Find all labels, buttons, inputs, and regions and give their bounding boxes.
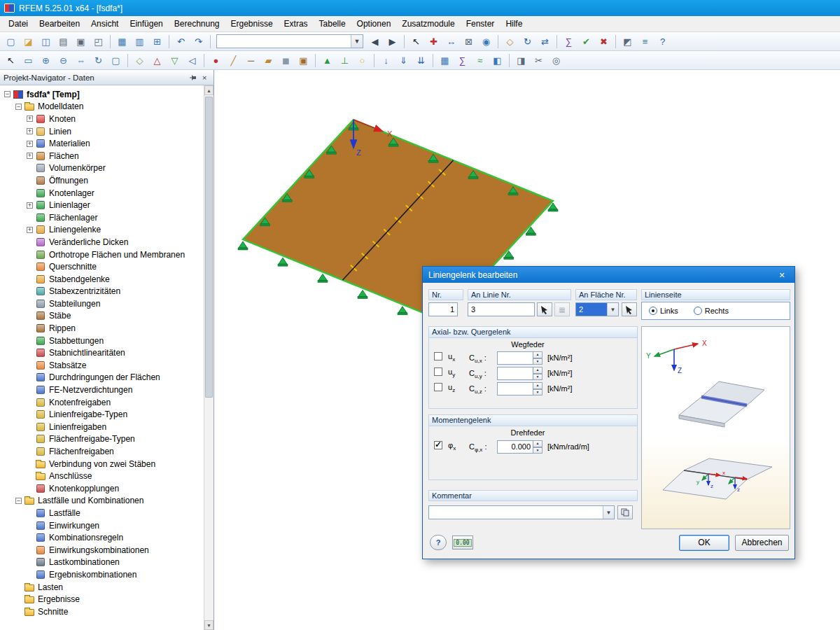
nodal-support-icon[interactable]: ▲ [319, 52, 335, 69]
tree-item-linienfreigabe-typen[interactable]: Linienfreigabe-Typen [0, 408, 204, 421]
tree-item-ffnungen[interactable]: Öffnungen [0, 174, 204, 187]
select-pointer-icon[interactable]: ↖ [3, 52, 19, 69]
menu-ergebnisse[interactable]: Ergebnisse [225, 16, 279, 31]
menu-tabelle[interactable]: Tabelle [314, 16, 351, 31]
view-x-icon[interactable]: △ [149, 52, 165, 69]
copy-icon[interactable]: ▣ [73, 34, 89, 50]
menu-zusatzmodule[interactable]: Zusatzmodule [396, 16, 460, 31]
solid-render-icon[interactable]: ◨ [513, 52, 529, 69]
radio-links[interactable]: Links [649, 307, 678, 315]
spin-up-icon[interactable]: ▲ [533, 440, 542, 447]
phix-checkbox[interactable]: φx [434, 441, 456, 451]
export-icon[interactable]: ◰ [90, 34, 106, 50]
chevron-down-icon[interactable]: ▼ [351, 35, 363, 48]
comment-copy-button[interactable] [617, 505, 633, 519]
cancel-button[interactable]: Abbrechen [735, 535, 789, 551]
surface-combobox[interactable]: 2 ▼ [575, 302, 619, 316]
ux-checkbox-icon[interactable] [434, 352, 442, 360]
toolbar-combobox[interactable]: ▼ [216, 34, 363, 48]
view-z-icon[interactable]: ◁ [184, 52, 200, 69]
spin-up-icon[interactable]: ▲ [533, 382, 542, 389]
tree-item-lastf-lle-und-kombinationen[interactable]: −Lastfälle und Kombinationen [0, 495, 204, 507]
line-support-icon[interactable]: ⊥ [337, 52, 353, 69]
tree-item-lastkombinationen[interactable]: Lastkombinationen [0, 556, 204, 569]
zoom-in-icon[interactable]: ⊕ [38, 52, 54, 69]
results-display-icon[interactable]: ≈ [472, 52, 488, 69]
spin-up-icon[interactable]: ▲ [533, 367, 542, 374]
scroll-up-icon[interactable]: ▲ [204, 85, 214, 95]
tree-item-querschnitte[interactable]: Querschnitte [0, 260, 204, 273]
chevron-down-icon[interactable]: ▼ [607, 303, 618, 316]
help-button[interactable]: ? [430, 535, 447, 550]
snapshot-icon[interactable]: ◎ [548, 52, 564, 69]
nav-back-icon[interactable]: ◀ [367, 34, 383, 50]
menu-fenster[interactable]: Fenster [461, 16, 500, 31]
line-nr-field[interactable]: 3 [468, 302, 535, 316]
tree-item-schnitte[interactable]: Schnitte [0, 606, 204, 618]
tree-item-orthotrope-fl-chen-und-membranen[interactable]: Orthotrope Flächen und Membranen [0, 248, 204, 261]
spin-up-icon[interactable]: ▲ [533, 351, 542, 358]
open-project-icon[interactable]: ◪ [20, 34, 36, 50]
pin-icon[interactable] [188, 72, 199, 83]
tree-item-fl-chen[interactable]: +Flächen [0, 150, 204, 162]
tree-item-knoten[interactable]: +Knoten [0, 113, 204, 125]
menu-extras[interactable]: Extras [279, 16, 314, 31]
tree-expander-icon[interactable]: + [27, 227, 33, 233]
radio-links-icon[interactable] [649, 307, 657, 315]
tree-item-knotenfreigaben[interactable]: Knotenfreigaben [0, 396, 204, 409]
tree-item-einwirkungskombinationen[interactable]: Einwirkungskombinationen [0, 544, 204, 556]
numbering-icon[interactable]: ⊞ [149, 34, 165, 50]
view-y-icon[interactable]: ▽ [167, 52, 183, 69]
print-icon[interactable]: ▤ [55, 34, 71, 50]
new-line-icon[interactable]: ╱ [225, 52, 241, 69]
undo-icon[interactable]: ↶ [173, 34, 189, 50]
navigator-scrollbar[interactable]: ▲ ▼ [204, 85, 214, 630]
tree-item-ergebniskombinationen[interactable]: Ergebniskombinationen [0, 568, 204, 581]
delete-icon[interactable]: ✖ [596, 34, 612, 50]
tree-item-stabteilungen[interactable]: Stabteilungen [0, 298, 204, 310]
pick-object-icon[interactable]: ↖ [408, 34, 424, 50]
menu-bearbeiten[interactable]: Bearbeiten [34, 16, 85, 31]
visibility-icon[interactable]: ◉ [478, 34, 494, 50]
comment-combobox[interactable]: ▼ [428, 505, 615, 519]
new-member-icon[interactable]: ─ [243, 52, 259, 69]
menu-berechnung[interactable]: Berechnung [169, 16, 225, 31]
tree-expander-icon[interactable]: − [4, 91, 10, 97]
tree-item-modelldaten[interactable]: −Modelldaten [0, 101, 204, 113]
calculator-button[interactable]: 0.00 [452, 536, 473, 550]
tree-item-st-be[interactable]: Stäbe [0, 310, 204, 323]
tree-item-fsdfa-temp[interactable]: −fsdfa* [Temp] [0, 88, 204, 101]
member-load-icon[interactable]: ⇓ [396, 52, 412, 69]
tree-expander-icon[interactable]: + [27, 202, 33, 209]
nav-forward-icon[interactable]: ▶ [384, 34, 400, 50]
new-surface-icon[interactable]: ▰ [260, 52, 276, 69]
tree-item-stabexzentrizit-ten[interactable]: Stabexzentrizitäten [0, 286, 204, 298]
tree-expander-icon[interactable]: + [27, 141, 33, 147]
scrollbar-thumb[interactable] [205, 97, 213, 398]
tree-item-einwirkungen[interactable]: Einwirkungen [0, 519, 204, 532]
menu-optionen[interactable]: Optionen [351, 16, 397, 31]
fe-mesh-icon[interactable]: ▦ [437, 52, 453, 69]
full-extent-icon[interactable]: ▢ [108, 52, 124, 69]
mirror-icon[interactable]: ⇄ [537, 34, 553, 50]
redo-icon[interactable]: ↷ [190, 34, 206, 50]
spin-down-icon[interactable]: ▼ [533, 447, 542, 454]
uz-checkbox-icon[interactable] [434, 383, 442, 391]
window-titlebar[interactable]: RFEM 5.25.01 x64 - [fsdfa*] [0, 0, 840, 16]
phix-checkbox-icon[interactable] [434, 441, 442, 449]
tree-item-rippen[interactable]: Rippen [0, 322, 204, 335]
tree-expander-icon[interactable]: − [15, 104, 22, 110]
measure-icon[interactable]: ↔ [443, 34, 459, 50]
tree-item-ver-nderliche-dicken[interactable]: Veränderliche Dicken [0, 236, 204, 248]
new-solid-icon[interactable]: ◼ [278, 52, 294, 69]
display-properties-icon[interactable]: ≡ [637, 34, 653, 50]
tree-expander-icon[interactable]: + [27, 128, 33, 134]
new-node-icon[interactable]: ● [208, 52, 224, 69]
save-icon[interactable]: ◫ [38, 34, 54, 50]
cuy-spinner[interactable]: ▲▼ [497, 367, 542, 380]
tree-item-fl-chenlager[interactable]: Flächenlager [0, 211, 204, 224]
rotate-icon[interactable]: ↻ [519, 34, 536, 50]
uy-checkbox-icon[interactable] [434, 368, 442, 376]
tree-item-durchdringungen-der-fl-chen[interactable]: Durchdringungen der Flächen [0, 372, 204, 384]
tree-item-kombinationsregeln[interactable]: Kombinationsregeln [0, 531, 204, 544]
